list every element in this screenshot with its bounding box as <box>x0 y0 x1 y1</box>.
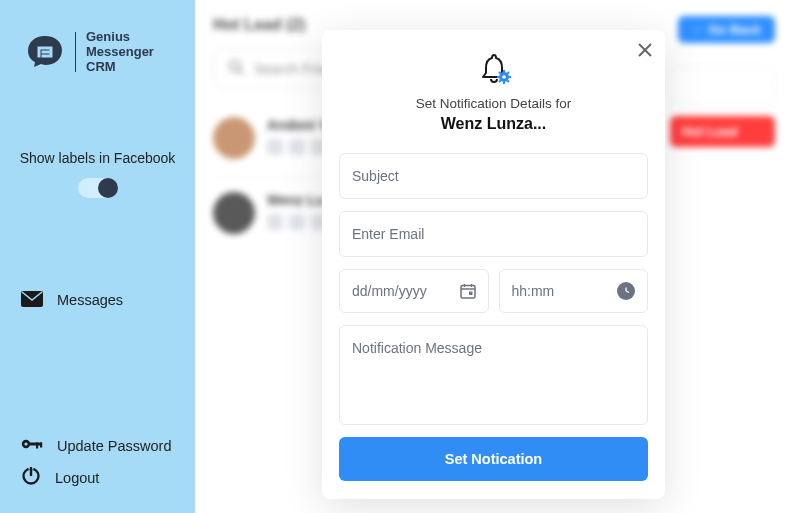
svg-point-15 <box>502 75 506 79</box>
brand-logo-icon <box>25 34 65 70</box>
show-labels-toggle[interactable] <box>78 178 118 198</box>
sidebar-bottom-menu: Update Password Logout <box>15 431 180 495</box>
brand-line3: CRM <box>86 59 116 74</box>
avatar <box>213 192 255 234</box>
mail-icon <box>21 291 43 310</box>
brand-text: Genius Messenger CRM <box>86 30 154 75</box>
icon-placeholder <box>267 214 283 230</box>
date-input[interactable]: dd/mm/yyyy <box>339 269 489 313</box>
sidebar-item-update-password[interactable]: Update Password <box>15 431 180 460</box>
sidebar-item-logout[interactable]: Logout <box>15 460 180 495</box>
time-placeholder: hh:mm <box>512 283 555 299</box>
sidebar-item-messages[interactable]: Messages <box>15 283 180 318</box>
sidebar-item-label: Update Password <box>57 438 171 454</box>
close-button[interactable] <box>637 42 653 58</box>
sidebar-menu: Messages <box>15 283 180 318</box>
hot-lead-chip[interactable]: Hot Lead <box>670 116 775 147</box>
brand-divider <box>75 32 76 72</box>
svg-line-30 <box>626 291 629 293</box>
svg-line-21 <box>507 80 509 82</box>
svg-rect-28 <box>469 292 473 296</box>
email-input[interactable]: Enter Email <box>339 211 648 257</box>
svg-rect-4 <box>36 443 38 449</box>
brand-line1: Genius <box>86 29 130 44</box>
brand-logo: Genius Messenger CRM <box>15 20 180 95</box>
svg-line-22 <box>507 72 509 74</box>
svg-point-2 <box>24 442 27 445</box>
sidebar-item-label: Messages <box>57 292 123 308</box>
svg-line-23 <box>499 80 501 82</box>
svg-rect-9 <box>30 467 32 476</box>
svg-rect-5 <box>40 443 42 448</box>
button-label: Set Notication <box>445 451 542 467</box>
show-labels-block: Show labels in Facebook <box>15 150 180 198</box>
bell-gear-icon <box>339 54 648 86</box>
subject-input[interactable]: Subject <box>339 153 648 199</box>
key-icon <box>21 437 43 454</box>
calendar-icon <box>460 283 476 299</box>
icon-placeholder <box>289 214 305 230</box>
svg-point-10 <box>230 61 240 71</box>
email-placeholder: Enter Email <box>352 226 424 242</box>
message-placeholder: Notification Message <box>352 340 482 356</box>
set-notification-button[interactable]: Set Notication <box>339 437 648 481</box>
set-notification-modal: Set Notification Details for Wenz Lunza.… <box>322 30 665 499</box>
svg-rect-24 <box>461 286 475 299</box>
time-input[interactable]: hh:mm <box>499 269 649 313</box>
message-input[interactable]: Notification Message <box>339 325 648 425</box>
power-icon <box>21 466 41 489</box>
search-icon <box>228 59 244 78</box>
right-empty-card <box>670 66 775 106</box>
sidebar: Genius Messenger CRM Show labels in Face… <box>0 0 195 513</box>
svg-line-11 <box>239 70 243 74</box>
toggle-knob <box>98 178 118 198</box>
subject-placeholder: Subject <box>352 168 399 184</box>
sidebar-item-label: Logout <box>55 470 99 486</box>
clock-icon <box>617 282 635 300</box>
modal-subtitle: Set Notification Details for <box>339 96 648 111</box>
go-back-button[interactable]: ← Go Back <box>678 16 775 43</box>
avatar <box>213 117 255 159</box>
modal-contact-name: Wenz Lunza... <box>339 115 648 133</box>
show-labels-text: Show labels in Facebook <box>15 150 180 166</box>
date-placeholder: dd/mm/yyyy <box>352 283 427 299</box>
svg-line-20 <box>499 72 501 74</box>
icon-placeholder <box>289 139 305 155</box>
icon-placeholder <box>267 139 283 155</box>
brand-line2: Messenger <box>86 44 154 59</box>
